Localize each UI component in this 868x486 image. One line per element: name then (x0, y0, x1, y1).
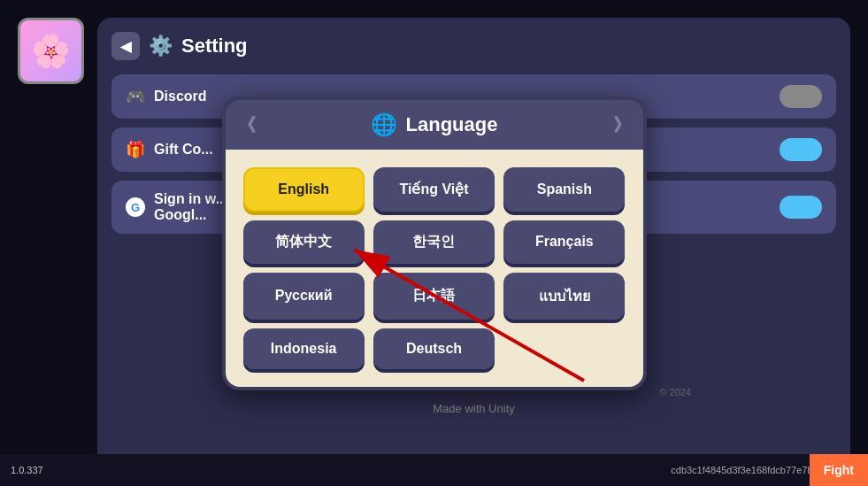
lang-btn-french[interactable]: Français (503, 220, 625, 264)
lang-btn-thai[interactable]: แบบไทย (503, 273, 625, 320)
modal-title: Language (406, 113, 498, 136)
lang-btn-indonesian[interactable]: Indonesia (243, 328, 365, 369)
lang-btn-vietnamese[interactable]: Tiếng Việt (373, 167, 495, 212)
modal-body: English Tiếng Việt Spanish 简体中文 한국인 Fran… (226, 150, 643, 387)
lang-btn-english[interactable]: English (243, 167, 365, 212)
lang-btn-chinese[interactable]: 简体中文 (243, 220, 365, 264)
fight-button[interactable]: Fight (810, 454, 868, 486)
lang-btn-japanese[interactable]: 日本語 (373, 273, 495, 320)
lang-btn-korean[interactable]: 한국인 (373, 220, 495, 264)
lang-btn-german[interactable]: Deutsch (373, 328, 495, 369)
version-label: 1.0.337 (11, 465, 43, 475)
lang-empty-cell (503, 328, 625, 369)
language-grid: English Tiếng Việt Spanish 简体中文 한국인 Fran… (243, 167, 626, 369)
deco-right-icon: 》 (613, 112, 631, 136)
modal-backdrop: 《 🌐 Language 》 English Tiếng Việt Spanis… (0, 0, 868, 486)
language-modal: 《 🌐 Language 》 English Tiếng Việt Spanis… (222, 96, 647, 390)
deco-left-icon: 《 (238, 112, 256, 136)
modal-header: 《 🌐 Language 》 (226, 100, 643, 150)
lang-btn-spanish[interactable]: Spanish (503, 167, 625, 212)
lang-btn-russian[interactable]: Русский (243, 273, 365, 320)
bottom-bar: 1.0.337 cdb3c1f4845d3f3e168fdcb77e7be945… (0, 454, 868, 486)
globe-icon: 🌐 (371, 112, 397, 137)
